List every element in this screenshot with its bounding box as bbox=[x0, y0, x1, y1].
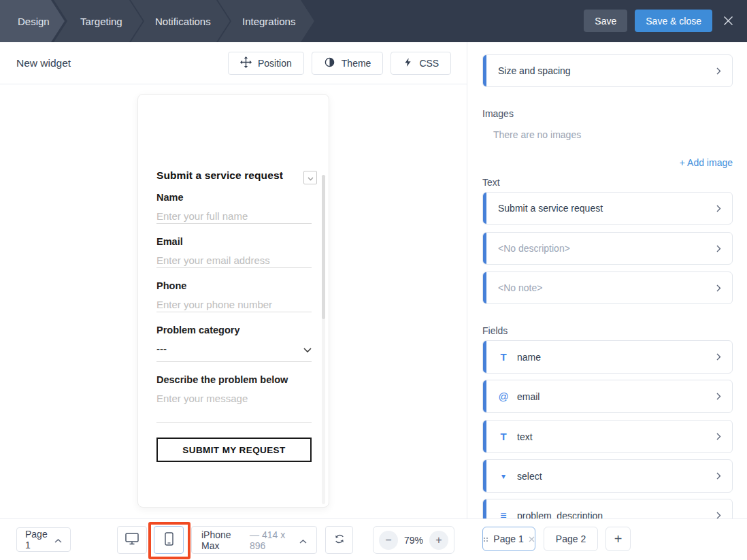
widget-preview-card: Submit a service request Name Enter your… bbox=[137, 94, 329, 508]
drag-handle-icon bbox=[483, 533, 488, 544]
text-item-description[interactable]: <No description> bbox=[482, 232, 733, 265]
text-field-icon: T bbox=[498, 431, 509, 442]
text-item-description-label: <No description> bbox=[498, 243, 570, 254]
category-field-label: Problem category bbox=[156, 325, 312, 338]
submit-request-button[interactable]: SUBMIT MY REQUEST bbox=[156, 438, 312, 462]
chevron-right-icon bbox=[716, 245, 721, 252]
page-tab-2[interactable]: Page 2 bbox=[544, 527, 598, 551]
contrast-icon bbox=[324, 56, 335, 70]
field-card-email[interactable]: @ email bbox=[482, 380, 733, 413]
category-select[interactable]: --- bbox=[156, 343, 312, 362]
email-field-label: Email bbox=[156, 236, 312, 250]
phone-field-input[interactable]: Enter your phone number bbox=[156, 299, 312, 312]
position-label: Position bbox=[258, 58, 292, 69]
tab-notifications[interactable]: Notifications bbox=[131, 0, 230, 42]
viewport-device-label: iPhone Max bbox=[201, 529, 248, 551]
top-header: Design Targeting Notifications Integrati… bbox=[0, 0, 747, 42]
field-card-text[interactable]: T text bbox=[482, 420, 733, 453]
settings-panel: Size and spacing Images There are no ima… bbox=[467, 42, 747, 518]
mobile-icon bbox=[165, 532, 173, 548]
header-actions: Save Save & close bbox=[584, 10, 736, 32]
css-button[interactable]: CSS bbox=[391, 52, 451, 75]
page-selector-label: Page 1 bbox=[25, 529, 54, 550]
select-field-icon: ▾ bbox=[498, 472, 509, 481]
text-section-label: Text bbox=[482, 177, 500, 188]
tab-integrations[interactable]: Integrations bbox=[218, 0, 314, 42]
viewport-size-selector[interactable]: iPhone Max — 414 x 896 bbox=[191, 526, 317, 554]
design-toolbar: New widget Position Theme CSS bbox=[0, 42, 467, 84]
rotate-icon bbox=[333, 533, 346, 548]
close-icon[interactable] bbox=[720, 10, 736, 32]
position-button[interactable]: Position bbox=[228, 52, 304, 75]
chevron-right-icon bbox=[716, 205, 721, 212]
chevron-up-icon bbox=[54, 534, 62, 545]
add-image-link[interactable]: + Add image bbox=[482, 157, 733, 168]
field-text-label: text bbox=[517, 431, 533, 442]
add-page-button[interactable]: + bbox=[605, 527, 631, 551]
text-field-icon: T bbox=[498, 351, 509, 363]
message-field-input[interactable]: Enter your message bbox=[156, 393, 312, 423]
chevron-right-icon bbox=[716, 393, 721, 400]
size-and-spacing-label: Size and spacing bbox=[498, 65, 571, 76]
message-field-label: Describe the problem below bbox=[156, 374, 312, 388]
chevron-down-icon bbox=[303, 343, 312, 355]
textarea-field-icon: ≡ bbox=[498, 510, 509, 519]
text-item-title[interactable]: Submit a service request bbox=[482, 192, 733, 225]
field-email-label: email bbox=[517, 391, 540, 402]
chevron-right-icon bbox=[716, 472, 721, 480]
widget-editor: Design Targeting Notifications Integrati… bbox=[0, 0, 747, 560]
field-card-name[interactable]: T name bbox=[482, 340, 733, 374]
chevron-right-icon bbox=[716, 433, 721, 440]
field-problem-description-label: problem_description bbox=[517, 510, 603, 519]
preview-canvas: Submit a service request Name Enter your… bbox=[0, 84, 467, 518]
theme-button[interactable]: Theme bbox=[312, 52, 384, 75]
css-label: CSS bbox=[419, 58, 439, 69]
email-field-icon: @ bbox=[498, 391, 509, 402]
size-and-spacing-card[interactable]: Size and spacing bbox=[482, 54, 733, 87]
bottom-bar: Page 1 iPhone Max — 414 x 896 − 79% + Pa… bbox=[0, 518, 747, 560]
fields-section-label: Fields bbox=[482, 325, 508, 336]
text-item-note-label: <No note> bbox=[498, 282, 542, 293]
field-select-label: select bbox=[517, 471, 542, 482]
page-selector[interactable]: Page 1 bbox=[16, 527, 71, 552]
desktop-icon bbox=[125, 533, 139, 548]
zoom-level: 79% bbox=[398, 535, 429, 546]
close-page-icon[interactable] bbox=[529, 533, 535, 544]
toolbar-actions: Position Theme CSS bbox=[228, 52, 451, 75]
chevron-right-icon bbox=[716, 67, 721, 75]
mobile-view-button[interactable] bbox=[154, 526, 184, 554]
name-field-label: Name bbox=[156, 192, 312, 205]
form-title[interactable]: Submit a service request bbox=[156, 169, 312, 183]
desktop-view-button[interactable] bbox=[117, 526, 147, 554]
chevron-right-icon bbox=[716, 512, 721, 518]
field-card-select[interactable]: ▾ select bbox=[482, 459, 733, 493]
email-field-input[interactable]: Enter your email address bbox=[156, 254, 312, 268]
zoom-in-button[interactable]: + bbox=[429, 531, 448, 550]
text-item-title-label: Submit a service request bbox=[498, 203, 603, 214]
chevron-up-icon bbox=[299, 535, 307, 546]
widget-title: New widget bbox=[16, 42, 71, 84]
page-tab-2-label: Page 2 bbox=[556, 533, 586, 544]
zoom-control: − 79% + bbox=[373, 526, 454, 554]
save-button[interactable]: Save bbox=[584, 10, 627, 32]
name-field-input[interactable]: Enter your full name bbox=[156, 210, 312, 224]
tab-design[interactable]: Design bbox=[0, 0, 65, 42]
tab-design-label: Design bbox=[18, 16, 50, 27]
page-tab-1-label: Page 1 bbox=[493, 533, 523, 544]
save-and-close-button[interactable]: Save & close bbox=[635, 10, 712, 32]
field-card-problem-description[interactable]: ≡ problem_description bbox=[482, 499, 733, 518]
move-icon bbox=[240, 56, 252, 70]
theme-label: Theme bbox=[342, 58, 371, 69]
tab-notifications-label: Notifications bbox=[155, 16, 211, 27]
text-item-note[interactable]: <No note> bbox=[482, 271, 733, 304]
page-tab-1[interactable]: Page 1 bbox=[482, 527, 535, 551]
zoom-out-button[interactable]: − bbox=[379, 531, 398, 550]
chevron-right-icon bbox=[716, 284, 721, 292]
tab-targeting[interactable]: Targeting bbox=[54, 0, 143, 42]
viewport-dimensions-label: — 414 x 896 bbox=[250, 529, 299, 551]
field-name-label: name bbox=[517, 352, 541, 363]
widget-scrollbar[interactable] bbox=[322, 175, 325, 504]
rotate-viewport-button[interactable] bbox=[325, 526, 353, 554]
widget-scrollbar-thumb[interactable] bbox=[322, 175, 325, 319]
phone-field-label: Phone bbox=[156, 280, 312, 294]
